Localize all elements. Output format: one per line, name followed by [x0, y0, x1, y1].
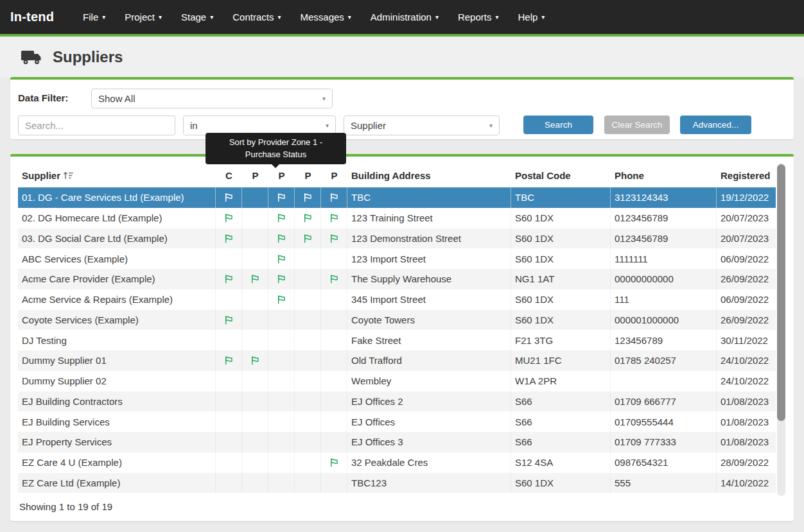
- column-header-p-4[interactable]: P: [321, 170, 347, 181]
- advanced-button[interactable]: Advanced...: [680, 116, 751, 134]
- flag-icon: [276, 274, 286, 284]
- data-filter-select[interactable]: Show All ▾: [91, 89, 333, 108]
- status-empty-cell: [295, 473, 321, 493]
- table-row[interactable]: EZ Care 4 U (Example)32 Peakdale CresS12…: [18, 452, 776, 473]
- menu-label: Reports: [458, 12, 492, 22]
- postal-code-cell: S60 1DX: [511, 228, 611, 249]
- flag-icon: [250, 356, 260, 365]
- menu-file[interactable]: File▾: [73, 0, 115, 34]
- table-row[interactable]: EJ Building ContractorsEJ Offices 2S6601…: [18, 391, 776, 412]
- table-row[interactable]: Dummy Supplier 02WembleyW1A 2PR24/10/202…: [18, 371, 776, 391]
- tooltip-arrow-icon: [272, 164, 279, 168]
- table-row[interactable]: 03. DG Social Care Ltd (Example)123 Demo…: [18, 228, 776, 249]
- menu-stage[interactable]: Stage▾: [171, 0, 223, 34]
- address-cell: TBC: [347, 187, 511, 208]
- supplier-cell: EJ Building Contractors: [18, 391, 216, 412]
- status-empty-cell: [216, 473, 242, 493]
- app-brand[interactable]: In-tend: [10, 10, 54, 24]
- scrollbar-thumb[interactable]: [777, 164, 785, 421]
- status-flag-cell: [216, 187, 242, 208]
- table-row[interactable]: Coyote Services (Example)Coyote TowersS6…: [18, 310, 776, 330]
- phone-cell: 0123456789: [611, 228, 717, 249]
- search-button[interactable]: Search: [523, 116, 593, 134]
- status-empty-cell: [321, 371, 347, 391]
- address-cell: 123 Training Street: [347, 208, 511, 228]
- registered-cell: 06/09/2022: [717, 289, 776, 310]
- menu-contracts[interactable]: Contracts▾: [223, 0, 290, 34]
- phone-cell: 0123456789: [611, 208, 717, 228]
- status-empty-cell: [242, 371, 268, 391]
- caret-down-icon: ▾: [348, 13, 351, 21]
- navbar: In-tend File▾Project▾Stage▾Contracts▾Mes…: [0, 0, 804, 34]
- status-empty-cell: [268, 473, 295, 493]
- search-field-select[interactable]: Supplier ▾: [344, 116, 500, 135]
- table-row[interactable]: DJ TestingFake StreetF21 3TG12345678930/…: [18, 330, 776, 350]
- table-row[interactable]: Dummy Supplier 01Old TraffordMU21 1FC017…: [18, 350, 776, 371]
- menu-label: Contracts: [232, 12, 274, 22]
- table-row[interactable]: EJ Property ServicesEJ Offices 3S6601709…: [18, 432, 776, 452]
- status-empty-cell: [268, 411, 295, 432]
- flag-icon: [223, 315, 234, 325]
- menu-help[interactable]: Help▾: [509, 0, 555, 34]
- caret-down-icon: ▾: [210, 13, 213, 21]
- flag-icon: [223, 274, 234, 284]
- status-flag-cell: [268, 228, 295, 249]
- status-empty-cell: [321, 432, 347, 452]
- table-row[interactable]: EZ Care Ltd (Example)TBC123S60 1DX55514/…: [18, 473, 776, 493]
- postal-code-cell: TBC: [511, 187, 611, 208]
- menu-label: Project: [125, 12, 155, 22]
- column-header-building-address[interactable]: Building Address: [347, 170, 511, 181]
- table-row[interactable]: Acme Service & Repairs (Example)345 Impo…: [18, 289, 776, 310]
- menu-administration[interactable]: Administration▾: [361, 0, 448, 34]
- column-header-p-2[interactable]: P: [268, 170, 295, 181]
- postal-code-cell: S66: [511, 432, 611, 452]
- table-row[interactable]: Acme Care Provider (Example)The Supply W…: [18, 269, 776, 289]
- status-empty-cell: [242, 187, 268, 208]
- column-header-registered[interactable]: Registered: [717, 170, 776, 181]
- flag-icon: [329, 274, 339, 284]
- column-header-supplier[interactable]: Supplier: [18, 170, 216, 181]
- phone-cell: 111: [611, 289, 717, 310]
- column-header-p-3[interactable]: P: [295, 170, 321, 181]
- column-header-c[interactable]: C: [216, 170, 242, 181]
- menu-label: File: [83, 12, 98, 22]
- clear-search-button[interactable]: Clear Search: [604, 116, 670, 134]
- column-header-phone[interactable]: Phone: [611, 170, 717, 181]
- scrollbar-track[interactable]: [777, 163, 785, 496]
- column-header-label: P: [304, 170, 311, 181]
- page-title: Suppliers: [53, 48, 123, 66]
- column-header-label: P: [252, 170, 258, 181]
- address-cell: 123 Import Street: [347, 248, 511, 269]
- column-header-label: Phone: [615, 170, 644, 181]
- status-empty-cell: [268, 330, 295, 350]
- supplier-cell: EZ Care Ltd (Example): [18, 473, 216, 493]
- status-empty-cell: [242, 452, 268, 473]
- registered-cell: 14/10/2022: [717, 473, 776, 493]
- status-empty-cell: [321, 391, 347, 412]
- column-header-label: Registered: [721, 170, 771, 181]
- menu-project[interactable]: Project▾: [115, 0, 171, 34]
- status-empty-cell: [268, 350, 295, 371]
- status-empty-cell: [216, 371, 242, 391]
- column-header-label: Supplier: [22, 170, 60, 181]
- search-input[interactable]: [18, 116, 175, 135]
- table-row[interactable]: 01. DG - Care Services Ltd (Example)TBCT…: [18, 187, 776, 208]
- supplier-cell: Dummy Supplier 02: [18, 371, 216, 391]
- column-header-postal-code[interactable]: Postal Code: [511, 170, 611, 181]
- table-row[interactable]: 02. DG Homecare Ltd (Example)123 Trainin…: [18, 208, 776, 228]
- caret-down-icon: ▾: [435, 13, 439, 21]
- phone-cell: 01709555444: [611, 411, 717, 432]
- column-header-p-1[interactable]: P: [242, 170, 268, 181]
- table-row[interactable]: ABC Services (Example)123 Import StreetS…: [18, 248, 776, 269]
- status-empty-cell: [295, 248, 321, 269]
- menu-messages[interactable]: Messages▾: [290, 0, 360, 34]
- flag-icon: [329, 458, 339, 467]
- table-row[interactable]: EJ Building ServicesEJ OfficesS660170955…: [18, 411, 776, 432]
- caret-down-icon: ▾: [541, 13, 545, 21]
- menu-reports[interactable]: Reports▾: [448, 0, 509, 34]
- status-flag-cell: [216, 208, 242, 228]
- status-empty-cell: [321, 289, 347, 310]
- status-flag-cell: [295, 187, 321, 208]
- status-empty-cell: [295, 391, 321, 412]
- supplier-cell: Dummy Supplier 01: [18, 350, 216, 371]
